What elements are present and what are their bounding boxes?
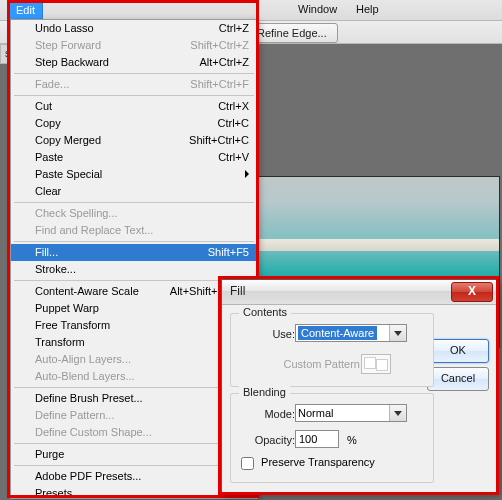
refine-edge-button[interactable]: Refine Edge... xyxy=(246,23,338,43)
menu-help[interactable]: Help xyxy=(348,0,387,19)
highlight-frame xyxy=(218,276,499,495)
menu-window[interactable]: Window xyxy=(290,0,345,19)
